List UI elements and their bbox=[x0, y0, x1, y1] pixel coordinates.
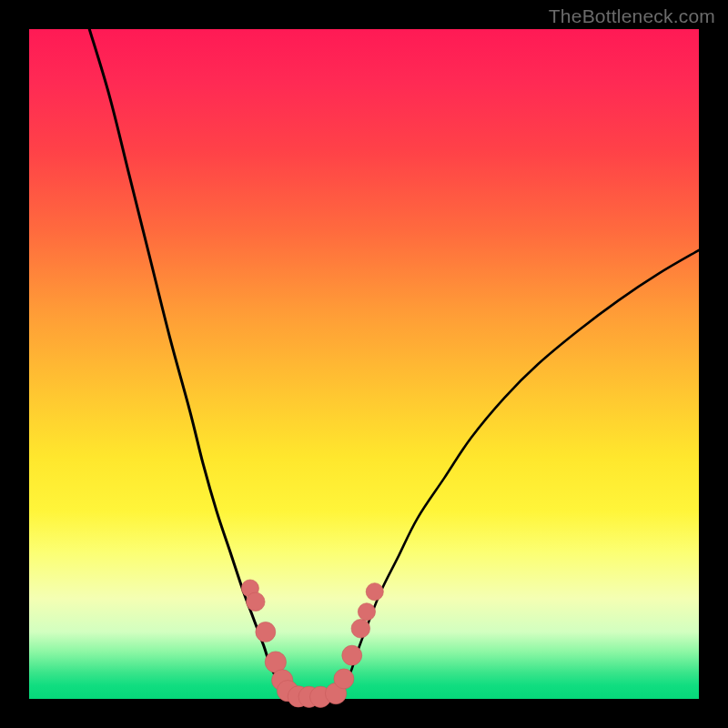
valley-marker bbox=[366, 583, 383, 601]
chart-svg bbox=[29, 29, 699, 699]
valley-marker bbox=[358, 603, 375, 621]
valley-marker bbox=[247, 592, 266, 612]
right-curve bbox=[324, 250, 699, 697]
plot-area bbox=[29, 29, 699, 699]
valley-marker bbox=[334, 669, 354, 689]
curve-left bbox=[89, 29, 324, 697]
valley-marker bbox=[351, 619, 370, 638]
valley-marker bbox=[342, 645, 362, 665]
watermark-text: TheBottleneck.com bbox=[549, 5, 715, 27]
valley-marker bbox=[256, 622, 276, 642]
chart-frame: TheBottleneck.com bbox=[0, 0, 728, 728]
curve-right bbox=[324, 250, 699, 697]
left-curve bbox=[89, 29, 324, 697]
